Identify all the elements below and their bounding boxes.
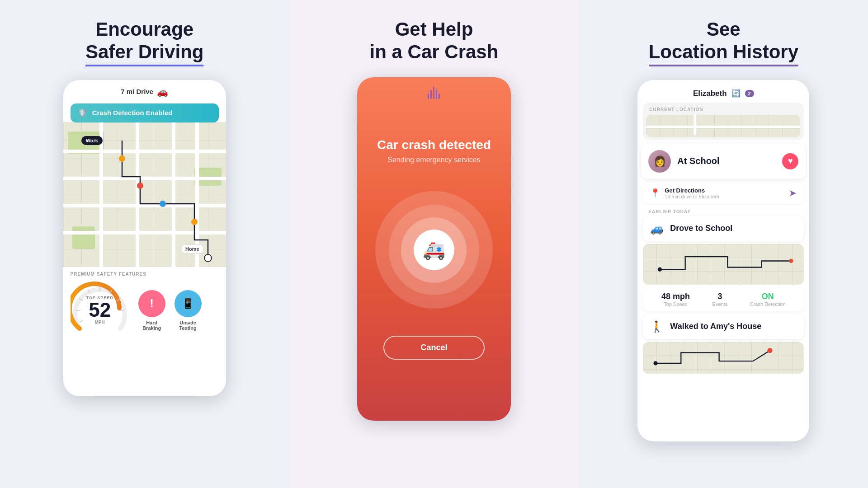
svg-point-3 xyxy=(191,219,198,225)
drove-to-school-label: Drove to School xyxy=(670,224,732,233)
speed-gauge: TOP SPEED 52 MPH xyxy=(71,281,129,340)
trip-stats: 48 mph Top Speed 3 Events ON Crash Detec… xyxy=(643,287,804,311)
svg-point-1 xyxy=(137,183,143,189)
refresh-icon[interactable]: 🔄 xyxy=(731,89,741,98)
svg-point-17 xyxy=(654,361,658,365)
hard-braking-icon: ! xyxy=(138,290,165,317)
unsafe-texting-badge: 📱 UnsafeTexting xyxy=(175,290,202,331)
svg-point-16 xyxy=(789,259,793,263)
svg-point-4 xyxy=(204,254,212,262)
events-key: Events xyxy=(712,301,728,307)
ripple-container: 🚑 xyxy=(375,191,493,309)
events-stat: 3 Events xyxy=(712,292,728,307)
location-pin-icon: 📍 xyxy=(650,188,660,198)
drive-header: 7 mi Drive 🚗 xyxy=(63,80,226,103)
svg-line-5 xyxy=(79,320,83,322)
crash-detection-val: ON xyxy=(750,292,786,301)
phone-right: Elizabeth 🔄 2 CURRENT LOCATION 👩 At Scho… xyxy=(637,80,809,441)
phone-left: 7 mi Drive 🚗 🛡️ Crash Detection Enabled xyxy=(63,80,226,396)
crash-detection-key: Crash Detection xyxy=(750,301,786,307)
crash-detection-bar: 🛡️ Crash Detection Enabled xyxy=(71,103,219,122)
car-icon: 🚗 xyxy=(157,86,168,97)
phone-center: Car crash detected Sending emergency ser… xyxy=(357,77,511,421)
at-school-card: 👩 At School ♥ xyxy=(641,144,806,179)
drove-to-school-card: 🚙 Drove to School xyxy=(643,216,804,241)
drive-mini-map xyxy=(643,244,804,285)
current-location-label: CURRENT LOCATION xyxy=(643,103,804,115)
walk-mini-map xyxy=(643,342,804,374)
heart-button[interactable]: ♥ xyxy=(782,153,798,169)
map-area: Work Home xyxy=(63,122,226,267)
bottom-panel: PREMIUM SAFETY FEATURES xyxy=(63,267,226,344)
directions-row[interactable]: 📍 Get Directions 16 min drive to Elizabe… xyxy=(643,183,804,204)
top-speed-value: 52 xyxy=(86,300,113,320)
history-user-name: Elizabeth xyxy=(693,89,727,98)
svg-point-18 xyxy=(768,348,773,353)
current-location-section: CURRENT LOCATION xyxy=(643,103,804,140)
hard-braking-badge: ! HardBraking xyxy=(138,290,165,331)
history-header: Elizabeth 🔄 2 xyxy=(637,80,809,103)
avatar: 👩 xyxy=(648,150,671,173)
stats-row: TOP SPEED 52 MPH ! HardBraking 📱 xyxy=(71,281,219,340)
crash-detection-stat: ON Crash Detection xyxy=(750,292,786,307)
crash-screen: Car crash detected Sending emergency ser… xyxy=(357,77,511,421)
cancel-button[interactable]: Cancel xyxy=(383,336,484,360)
at-school-name: At School xyxy=(677,156,776,166)
left-panel: Encourage Safer Driving 7 mi Drive 🚗 🛡️ … xyxy=(0,0,289,488)
center-panel-title: Get Help in a Car Crash xyxy=(370,18,499,64)
top-speed-stat: 48 mph Top Speed xyxy=(661,292,690,307)
car-activity-icon: 🚙 xyxy=(650,222,664,235)
earlier-today-label: EARLIER TODAY xyxy=(637,207,809,216)
hard-braking-label: HardBraking xyxy=(142,320,161,331)
center-panel: Get Help in a Car Crash Car crash detect… xyxy=(289,0,578,488)
walked-to-amys-card: 🚶 Walked to Amy's House xyxy=(643,314,804,339)
walk-activity-icon: 🚶 xyxy=(650,320,664,333)
ambulance-icon: 🚑 xyxy=(414,230,454,270)
svg-point-2 xyxy=(160,201,166,207)
right-panel-title: See Location History xyxy=(649,18,798,66)
work-label: Work xyxy=(81,136,103,145)
svg-point-15 xyxy=(658,267,662,271)
svg-point-0 xyxy=(119,155,125,162)
crash-subtitle: Sending emergency services xyxy=(387,156,480,164)
crash-title: Car crash detected xyxy=(377,138,491,152)
walked-to-amys-label: Walked to Amy's House xyxy=(670,322,761,331)
premium-label: PREMIUM SAFETY FEATURES xyxy=(71,272,219,277)
shield-icon: 🛡️ xyxy=(78,108,88,118)
home-label: Home xyxy=(181,244,203,253)
top-speed-val: 48 mph xyxy=(661,292,690,301)
unsafe-texting-label: UnsafeTexting xyxy=(179,320,197,331)
left-panel-title: Encourage Safer Driving xyxy=(85,18,203,66)
top-speed-key: Top Speed xyxy=(661,301,690,307)
directions-arrow-icon[interactable]: ➤ xyxy=(789,188,797,198)
unsafe-texting-icon: 📱 xyxy=(175,290,202,317)
crash-deco xyxy=(428,86,440,99)
events-val: 3 xyxy=(712,292,728,301)
get-directions-sub: 16 min drive to Elizabeth xyxy=(665,194,719,199)
directions-left: 📍 Get Directions 16 min drive to Elizabe… xyxy=(650,187,719,199)
right-panel: See Location History Elizabeth 🔄 2 CURRE… xyxy=(579,0,868,488)
get-directions-label: Get Directions xyxy=(665,187,719,194)
notification-badge: 2 xyxy=(745,90,754,97)
